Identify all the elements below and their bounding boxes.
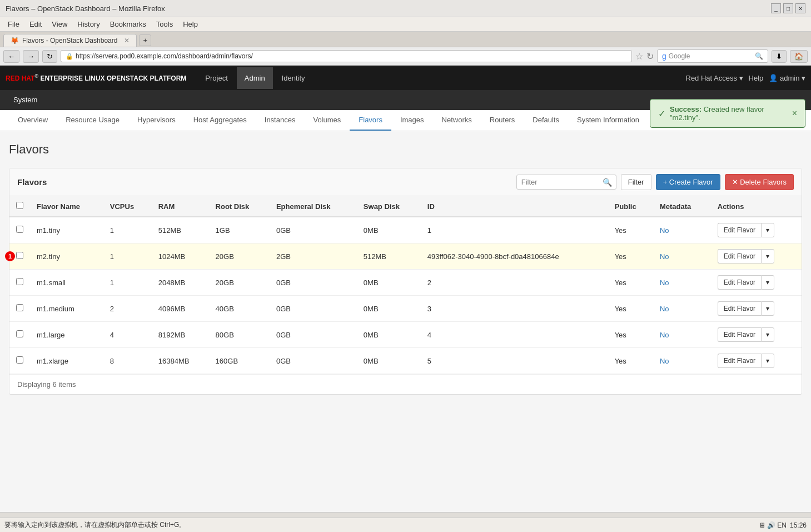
tab-defaults[interactable]: Defaults [524,110,568,131]
nav-link-project[interactable]: Project [197,67,235,89]
tab-routers[interactable]: Routers [481,110,524,131]
edit-flavor-button[interactable]: Edit Flavor [718,354,761,368]
cell-ram: 2048MB [152,270,209,296]
delete-flavors-button[interactable]: ✕ Delete Flavors [725,174,794,190]
edit-flavor-dropdown[interactable]: ▾ [761,327,774,342]
metadata-link[interactable]: No [660,331,669,339]
metadata-link[interactable]: No [660,279,669,287]
tab-images[interactable]: Images [391,110,433,131]
cell-metadata: No [653,243,711,270]
tab-resource-usage[interactable]: Resource Usage [57,110,128,131]
row-checkbox[interactable] [16,356,23,364]
cell-id: 5 [421,348,608,374]
filter-search-icon[interactable]: 🔍 [603,178,612,187]
menu-bookmarks[interactable]: Bookmarks [106,18,151,30]
cell-id: 2 [421,270,608,296]
red-hat-access-link[interactable]: Red Hat Access ▾ [686,74,743,82]
os-brand: RED HAT® ENTERPRISE LINUX OPENSTACK PLAT… [6,73,186,82]
select-all-checkbox[interactable] [16,202,23,209]
col-root-disk: Root Disk [209,196,270,217]
row-checkbox-cell [9,348,30,374]
back-button[interactable]: ← [3,50,19,63]
edit-flavor-dropdown[interactable]: ▾ [761,249,774,263]
success-text: Success: Created new flavor "m2.tiny". [670,105,783,122]
edit-flavor-button[interactable]: Edit Flavor [718,275,761,290]
nav-link-identity[interactable]: Identity [274,67,313,89]
menu-tools[interactable]: Tools [152,18,177,30]
tab-system-information[interactable]: System Information [568,110,648,131]
row-checkbox[interactable] [16,304,23,311]
edit-flavor-button[interactable]: Edit Flavor [718,223,761,237]
tab-hypervisors[interactable]: Hypervisors [128,110,185,131]
metadata-link[interactable]: No [660,226,669,235]
search-box[interactable]: g Google 🔍 [657,49,768,63]
refresh-icon[interactable]: ↻ [646,51,654,62]
table-header: Flavors 🔍 Filter + Create Flavor ✕ Delet… [9,168,802,196]
edit-flavor-dropdown[interactable]: ▾ [761,223,774,237]
window-title-bar: Flavors – OpenStack Dashboard – Mozilla … [0,0,811,17]
notification-close-button[interactable]: × [792,108,797,118]
new-tab-button[interactable]: + [139,34,151,46]
help-link[interactable]: Help [749,74,764,82]
menu-help[interactable]: Help [178,18,202,30]
menu-view[interactable]: View [47,18,72,30]
cell-public: Yes [608,217,653,243]
edit-flavor-dropdown[interactable]: ▾ [761,354,774,368]
filter-button[interactable]: Filter [621,174,651,190]
row-checkbox[interactable] [16,330,23,337]
sub-nav-system[interactable]: System [6,91,45,110]
success-notification: ✓ Success: Created new flavor "m2.tiny".… [650,99,805,128]
google-profile-icon: g [662,52,666,61]
cell-ram: 16384MB [152,348,209,374]
address-input[interactable]: 🔒 https://servera.pod0.example.com/dashb… [61,50,632,62]
menu-history[interactable]: History [73,18,104,30]
reload-button[interactable]: ↻ [42,50,57,63]
create-flavor-button[interactable]: + Create Flavor [656,174,720,190]
forward-button[interactable]: → [23,50,39,63]
table-row: m1.large 4 8192MB 80GB 0GB 0MB 4 Yes No … [9,322,802,348]
metadata-link[interactable]: No [660,305,669,313]
edit-flavor-button[interactable]: Edit Flavor [718,327,761,342]
edit-flavor-dropdown[interactable]: ▾ [761,301,774,316]
search-icon[interactable]: 🔍 [755,52,763,60]
cell-ram: 8192MB [152,322,209,348]
home-button[interactable]: 🏠 [790,50,808,63]
cell-vcpus: 1 [103,217,152,243]
cell-metadata: No [653,217,711,243]
bookmark-icon[interactable]: ☆ [635,51,643,62]
minimize-button[interactable]: _ [771,3,781,13]
edit-flavor-button[interactable]: Edit Flavor [718,249,761,263]
tab-host-aggregates[interactable]: Host Aggregates [185,110,256,131]
row-checkbox[interactable] [16,278,23,285]
tab-networks[interactable]: Networks [433,110,481,131]
edit-flavor-dropdown[interactable]: ▾ [761,275,774,290]
tab-instances[interactable]: Instances [256,110,305,131]
row-checkbox[interactable] [16,252,23,259]
row-checkbox[interactable] [16,226,23,233]
tab-close-icon[interactable]: ✕ [124,37,130,44]
menu-edit[interactable]: Edit [25,18,46,30]
os-nav-right: Red Hat Access ▾ Help 👤 admin ▾ [686,74,806,82]
edit-flavor-button[interactable]: Edit Flavor [718,301,761,316]
metadata-link[interactable]: No [660,357,669,365]
close-button[interactable]: ✕ [795,3,805,13]
tab-flavors[interactable]: Flavors [350,110,391,131]
menu-file[interactable]: File [3,18,24,30]
browser-tab-flavors[interactable]: 🦊 Flavors - OpenStack Dashboard ✕ [3,34,137,47]
cell-public: Yes [608,270,653,296]
metadata-link[interactable]: No [660,252,669,261]
table-row: m1.medium 2 4096MB 40GB 0GB 0MB 3 Yes No… [9,296,802,322]
filter-input[interactable] [516,175,616,190]
restore-button[interactable]: □ [783,3,793,13]
table-header-row: Flavor Name VCPUs RAM Root Disk Ephemera… [9,196,802,217]
table-actions: 🔍 Filter + Create Flavor ✕ Delete Flavor… [516,174,794,190]
search-placeholder: Google [669,52,753,60]
admin-menu[interactable]: 👤 admin ▾ [769,74,805,82]
col-public: Public [608,196,653,217]
cell-actions: Edit Flavor ▾ [711,322,802,348]
window-controls[interactable]: _ □ ✕ [771,3,805,13]
tab-volumes[interactable]: Volumes [304,110,350,131]
nav-link-admin[interactable]: Admin [237,67,273,89]
downloads-button[interactable]: ⬇ [772,50,787,63]
tab-overview[interactable]: Overview [9,110,57,131]
